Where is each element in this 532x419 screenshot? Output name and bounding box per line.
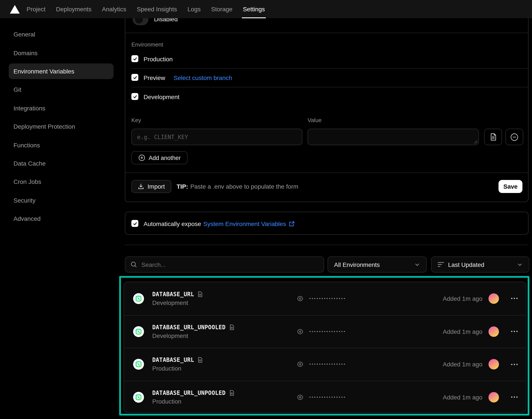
divider — [125, 33, 528, 33]
chevron-down-icon — [517, 262, 523, 268]
paste-env-button[interactable] — [484, 129, 502, 145]
import-download-icon — [138, 183, 144, 189]
row-value: ••••••••••••••• — [296, 361, 346, 368]
row-meta: Added 1m ago — [443, 293, 519, 304]
checkbox-development-label: Development — [144, 93, 179, 100]
nav-tab-settings[interactable]: Settings — [243, 0, 265, 18]
sidebar-item-advanced[interactable]: Advanced — [9, 210, 113, 228]
row-identity: DATABASE_URL Production — [133, 357, 203, 372]
key-label: Key — [131, 117, 141, 123]
note-icon — [229, 324, 234, 330]
env-var-environment: Development — [152, 332, 234, 339]
save-button[interactable]: Save — [499, 180, 522, 193]
nav-tab-speed-insights[interactable]: Speed Insights — [137, 0, 177, 18]
nav-tab-logs[interactable]: Logs — [188, 0, 201, 18]
sort-descending-icon — [438, 262, 444, 267]
system-env-prefix: Automatically expose — [144, 220, 201, 227]
row-menu-button[interactable] — [509, 362, 519, 367]
reveal-eye-icon[interactable] — [296, 361, 304, 368]
env-var-row[interactable]: DATABASE_URL Development ••••••••••••••• — [124, 282, 526, 315]
environment-section-label: Environment — [131, 41, 163, 48]
user-avatar — [489, 392, 499, 403]
check-icon — [133, 94, 137, 99]
row-identity: DATABASE_URL_UNPOOLED Production — [133, 390, 234, 405]
note-icon — [229, 390, 234, 396]
nav-tab-analytics[interactable]: Analytics — [102, 0, 126, 18]
vercel-logo-icon[interactable] — [10, 5, 20, 14]
reveal-eye-icon[interactable] — [296, 328, 304, 336]
value-input[interactable] — [308, 129, 479, 145]
search-box — [125, 256, 324, 273]
sidebar-item-integrations[interactable]: Integrations — [9, 99, 113, 117]
env-var-row[interactable]: DATABASE_URL_UNPOOLED Development ••••••… — [124, 315, 526, 348]
env-var-row[interactable]: DATABASE_URL Production ••••••••••••••• — [124, 348, 526, 380]
sidebar-item-cron-jobs[interactable]: Cron Jobs — [9, 172, 113, 191]
env-var-row[interactable]: DATABASE_URL_UNPOOLED Production •••••••… — [124, 380, 526, 413]
note-icon — [198, 291, 203, 298]
row-menu-button[interactable] — [509, 395, 519, 400]
checkbox-preview[interactable] — [131, 74, 138, 81]
add-another-button[interactable]: Add another — [131, 151, 188, 164]
environment-filter-value: All Environments — [334, 261, 380, 268]
env-var-name: DATABASE_URL_UNPOOLED — [152, 390, 226, 396]
value-input-wrap — [308, 129, 479, 145]
sidebar-item-general[interactable]: General — [9, 25, 113, 44]
sidebar-item-functions[interactable]: Functions — [9, 136, 113, 154]
sort-dropdown[interactable]: Last Updated — [431, 256, 529, 273]
divider — [125, 245, 529, 245]
divider — [131, 68, 528, 69]
checkbox-production[interactable] — [131, 55, 138, 62]
system-env-link[interactable]: System Environment Variables — [203, 220, 286, 227]
row-meta: Added 1m ago — [443, 392, 519, 403]
file-text-icon — [490, 133, 497, 141]
row-menu-button[interactable] — [509, 329, 519, 334]
nav-tab-storage[interactable]: Storage — [211, 0, 232, 18]
settings-sidebar: General Domains Environment Variables Gi… — [9, 25, 113, 228]
remove-row-button[interactable] — [505, 129, 523, 145]
row-identity: DATABASE_URL_UNPOOLED Development — [133, 324, 234, 339]
row-meta: Added 1m ago — [443, 327, 519, 337]
env-var-environment: Production — [152, 365, 203, 372]
neon-integration-icon — [133, 392, 144, 403]
sidebar-item-security[interactable]: Security — [9, 191, 113, 210]
tip-body: Paste a .env above to populate the form — [190, 183, 299, 190]
sidebar-item-environment-variables[interactable]: Environment Variables — [9, 62, 113, 81]
plus-circle-icon — [138, 154, 145, 161]
nav-tab-deployments[interactable]: Deployments — [56, 0, 91, 18]
user-avatar — [489, 327, 499, 337]
external-link-icon — [289, 221, 295, 227]
reveal-eye-icon[interactable] — [296, 295, 304, 302]
sidebar-item-git[interactable]: Git — [9, 80, 113, 99]
sidebar-item-domains[interactable]: Domains — [9, 44, 113, 62]
select-custom-branch-link[interactable]: Select custom branch — [174, 74, 232, 81]
minus-circle-icon — [510, 133, 518, 141]
nav-tabs: Project Deployments Analytics Speed Insi… — [27, 0, 265, 18]
row-meta: Added 1m ago — [443, 359, 519, 370]
note-icon — [198, 357, 203, 363]
checkbox-development[interactable] — [131, 93, 138, 100]
checkbox-system-env[interactable] — [131, 220, 138, 227]
system-env-text: Automatically expose System Environment … — [144, 220, 295, 227]
reveal-eye-icon[interactable] — [296, 393, 304, 401]
page: Disabled Environment Production Preview … — [0, 0, 532, 419]
search-input[interactable] — [141, 261, 307, 268]
search-icon — [131, 261, 137, 268]
add-another-label: Add another — [149, 155, 180, 161]
user-avatar — [489, 293, 499, 304]
sidebar-item-data-cache[interactable]: Data Cache — [9, 154, 113, 172]
nav-tab-project[interactable]: Project — [27, 0, 45, 18]
key-input[interactable] — [131, 129, 302, 145]
neon-integration-icon — [133, 359, 144, 370]
checkbox-production-label: Production — [144, 56, 173, 63]
env-var-name: DATABASE_URL — [152, 357, 194, 363]
sidebar-item-deployment-protection[interactable]: Deployment Protection — [9, 117, 113, 136]
row-menu-button[interactable] — [509, 296, 519, 301]
added-timestamp: Added 1m ago — [443, 328, 482, 335]
import-button[interactable]: Import — [131, 180, 171, 193]
environment-filter-dropdown[interactable]: All Environments — [327, 256, 427, 273]
env-var-name: DATABASE_URL_UNPOOLED — [152, 324, 226, 330]
env-var-list: DATABASE_URL Development ••••••••••••••• — [123, 282, 526, 413]
sort-value: Last Updated — [448, 261, 484, 268]
neon-integration-icon — [133, 293, 144, 304]
masked-value: ••••••••••••••• — [309, 296, 346, 301]
